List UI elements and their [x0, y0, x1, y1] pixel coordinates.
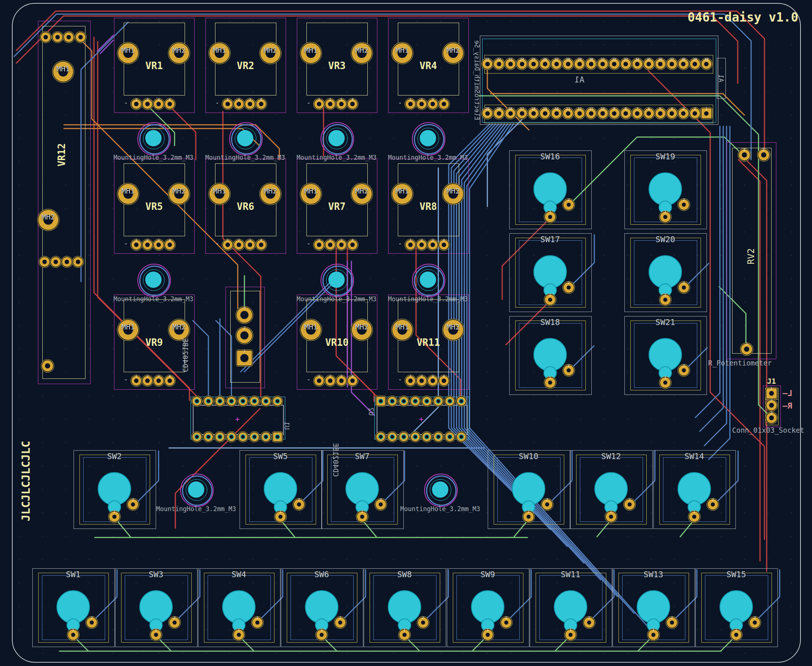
potentiometer-VR10[interactable]: MH1MH2VR101234-	[297, 295, 377, 389]
switch-SW5[interactable]: 12SW5	[240, 450, 321, 528]
switch-SW1[interactable]: 12SW1	[32, 568, 114, 646]
switch-pad[interactable]: 1	[606, 511, 616, 522]
pot-pin-pad[interactable]: 3	[245, 240, 255, 250]
switch-SW21[interactable]: 12SW21	[624, 316, 706, 394]
header-pad[interactable]: 12	[575, 109, 585, 119]
switch-SW10[interactable]: 12SW10	[488, 450, 570, 528]
switch-SW19[interactable]: 12SW19	[624, 150, 706, 228]
switch-pad[interactable]: 2	[749, 617, 760, 628]
pot-pin-pad[interactable]: 1	[223, 240, 232, 250]
socket-pad[interactable]	[216, 397, 224, 406]
pot-pin-pad[interactable]: 1	[132, 376, 141, 386]
pot-pin-pad[interactable]: 2	[417, 99, 427, 109]
potentiometer-VR8[interactable]: MH1MH2VR81234-	[388, 158, 468, 253]
header-pad[interactable]: 29	[575, 59, 585, 69]
rv2-pad[interactable]: 2	[758, 149, 769, 160]
header-pad[interactable]: 9	[609, 109, 619, 119]
pot-pin-pad[interactable]: 1	[406, 376, 415, 386]
header-pad[interactable]: 30	[586, 59, 596, 69]
pot-pin-pad[interactable]: 2	[143, 240, 152, 250]
socket-pad[interactable]	[457, 432, 466, 441]
pot-pin-pad[interactable]: 1	[406, 240, 415, 250]
socket-pad[interactable]	[193, 432, 201, 441]
switch-pad[interactable]: 1	[545, 295, 555, 305]
potentiometer-VR6[interactable]: MH1MH2VR61234-	[206, 158, 285, 253]
trace[interactable]	[193, 321, 208, 336]
switch-pad[interactable]: 1	[565, 630, 576, 640]
switch-pad[interactable]: 1	[731, 630, 741, 640]
switch-pad[interactable]: 2	[418, 617, 428, 628]
switch-pad[interactable]: 1	[316, 630, 327, 640]
socket-pad[interactable]	[411, 432, 420, 441]
header-pad[interactable]: 35	[644, 59, 654, 69]
header-pad[interactable]: 40	[701, 59, 712, 69]
socket-pad[interactable]	[434, 397, 443, 406]
pot-pin-pad[interactable]: 4	[256, 99, 266, 109]
socket-pad[interactable]	[376, 432, 385, 441]
pot-pin-pad[interactable]: 4	[348, 376, 357, 386]
pot-pin-pad[interactable]: 1	[314, 99, 324, 109]
header-pad[interactable]: 21	[483, 59, 492, 69]
aux-connector[interactable]: 321	[226, 287, 264, 387]
rv2-pad[interactable]: 3	[741, 344, 752, 355]
socket-pad[interactable]	[204, 432, 213, 441]
socket-pad[interactable]	[227, 432, 236, 441]
switch-SW2[interactable]: 12SW2	[74, 450, 155, 528]
switch-pad[interactable]: 1	[660, 378, 670, 388]
pot-pin-pad[interactable]: 4	[256, 240, 266, 250]
header-pad[interactable]: 5	[655, 109, 665, 119]
pot-pin-pad[interactable]: 4	[439, 240, 449, 250]
pot-pin-pad[interactable]: 3	[428, 99, 438, 109]
switch-SW8[interactable]: 12SW8	[364, 568, 445, 646]
socket-pad[interactable]	[422, 397, 431, 406]
header-pad[interactable]: 24	[517, 59, 527, 69]
pot-pin-pad[interactable]: 2	[143, 99, 152, 109]
switch-pad[interactable]: 2	[563, 199, 574, 210]
pot-pin-pad[interactable]: 4	[439, 376, 449, 386]
header-pad[interactable]: 11	[586, 109, 596, 119]
switch-SW14[interactable]: 12SW14	[653, 450, 735, 528]
socket-U1[interactable]: +	[191, 397, 285, 439]
switch-pad[interactable]: 2	[679, 365, 689, 376]
switch-SW9[interactable]: 12SW9	[447, 568, 529, 646]
switch-pad[interactable]: 1	[545, 212, 555, 222]
switch-SW20[interactable]: 12SW20	[624, 233, 706, 311]
switch-pad[interactable]: 1	[399, 630, 410, 640]
j1-pad[interactable]: 3	[766, 413, 777, 423]
socket-pad[interactable]	[216, 432, 224, 441]
vr12-pin-pad[interactable]	[53, 32, 63, 42]
j1-pad[interactable]: 1	[766, 388, 777, 399]
switch-pad[interactable]: 2	[679, 282, 689, 293]
socket-pad[interactable]	[239, 432, 247, 441]
pot-pin-pad[interactable]: 3	[154, 99, 163, 109]
header-pad[interactable]: 19	[494, 109, 504, 119]
switch-SW6[interactable]: 12SW6	[281, 568, 362, 646]
potentiometer-VR3[interactable]: MH1MH2VR31234-	[297, 18, 377, 112]
switch-pad[interactable]: 1	[660, 212, 670, 222]
potentiometer-VR12[interactable]: MH1MH2VR12	[38, 21, 90, 383]
vr12-pin-pad[interactable]	[64, 32, 74, 42]
socket-pad[interactable]	[388, 432, 397, 441]
pot-pin-pad[interactable]: 2	[325, 376, 335, 386]
header-pad[interactable]: 33	[621, 59, 631, 69]
vr12-pin-pad[interactable]	[62, 257, 72, 267]
switch-pad[interactable]: 2	[335, 617, 346, 628]
switch-pad[interactable]: 2	[563, 365, 574, 376]
header-pad[interactable]: 23	[506, 59, 516, 69]
switch-pad[interactable]: 1	[234, 630, 244, 640]
socket-pad[interactable]	[239, 397, 247, 406]
socket-pad[interactable]	[262, 397, 270, 406]
socket-pad[interactable]	[262, 432, 270, 441]
header-pad[interactable]: 31	[598, 59, 608, 69]
potentiometer-VR5[interactable]: MH1MH2VR51234-	[114, 158, 194, 253]
socket-pad[interactable]	[273, 397, 282, 406]
pot-pin-pad[interactable]: 2	[234, 240, 244, 250]
header-pad[interactable]: 27	[552, 59, 562, 69]
switch-pad[interactable]: 2	[679, 199, 689, 210]
socket-pad[interactable]	[193, 397, 201, 406]
potentiometer-VR1[interactable]: MH1MH2VR11234-	[114, 18, 194, 112]
header-pad[interactable]: 37	[667, 59, 677, 69]
socket-pad[interactable]	[411, 397, 420, 406]
switch-pad[interactable]: 2	[708, 499, 718, 509]
header-pad[interactable]: 22	[494, 59, 504, 69]
